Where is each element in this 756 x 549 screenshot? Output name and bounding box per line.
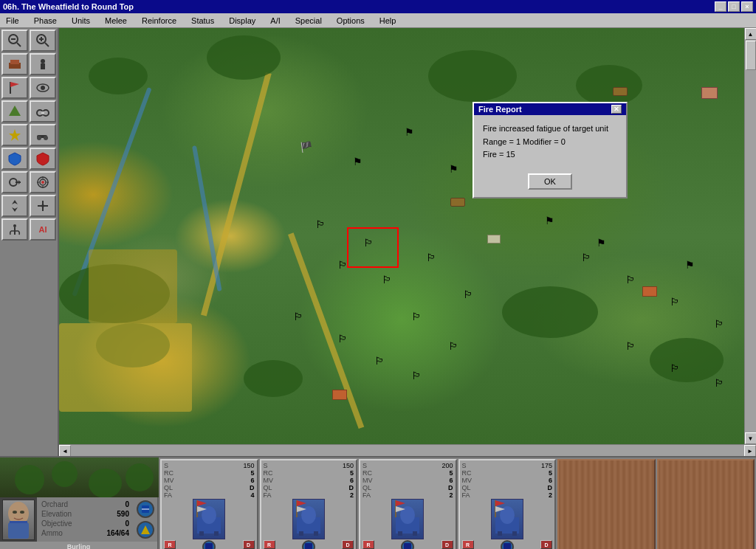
unit-sprite-23[interactable]: 🏳 bbox=[709, 375, 729, 391]
unit-card-2[interactable]: S 150 RC5 MV6 QLD FA2 bbox=[260, 459, 358, 549]
menu-reinforce[interactable]: Reinforce bbox=[139, 15, 179, 26]
menu-help[interactable]: Help bbox=[377, 15, 399, 26]
unit-4-sprite-area bbox=[460, 499, 555, 539]
building-3 bbox=[332, 390, 347, 400]
toolbar-btn-cross[interactable] bbox=[30, 195, 56, 217]
svg-rect-50 bbox=[199, 531, 204, 536]
svg-point-37 bbox=[13, 224, 16, 227]
unit-1-stats: RC5 MV6 QLD FA4 bbox=[162, 469, 257, 499]
vertical-scrollbar: ▲ ▼ bbox=[744, 28, 756, 444]
unit-3-status-d[interactable]: D bbox=[441, 540, 453, 549]
scroll-thumb-vertical[interactable] bbox=[746, 41, 756, 70]
scroll-track-horizontal[interactable] bbox=[71, 445, 744, 456]
unit-sprite-1[interactable]: 🏴 bbox=[295, 139, 316, 155]
portrait-image bbox=[2, 500, 35, 540]
unit-sprite-19[interactable]: 🏳 bbox=[664, 294, 685, 310]
unit-3-stats: RC5 MV6 QLD FA2 bbox=[360, 469, 456, 499]
toolbar-btn-cannon[interactable] bbox=[30, 124, 56, 146]
unit-sprite-2[interactable]: ⚑ bbox=[347, 153, 368, 170]
unit-2-mv-val: 6 bbox=[309, 477, 354, 484]
toolbar-btn-view[interactable] bbox=[30, 77, 56, 99]
unit-1-status-r[interactable]: R bbox=[164, 540, 176, 549]
menu-phase[interactable]: Phase bbox=[31, 15, 60, 26]
unit-2-status-r[interactable]: R bbox=[264, 540, 275, 549]
fire-report-close-button[interactable]: ✕ bbox=[611, 105, 622, 114]
unit-sprite-15[interactable]: 🏳 bbox=[443, 338, 464, 354]
unit-sprite-13[interactable]: 🏳 bbox=[369, 353, 390, 369]
menu-units[interactable]: Units bbox=[69, 15, 93, 26]
terrain-name-value: 0 bbox=[125, 500, 129, 508]
toolbar-btn-flag[interactable] bbox=[1, 77, 28, 99]
scroll-left-button[interactable]: ◄ bbox=[59, 445, 71, 456]
svg-point-22 bbox=[44, 136, 48, 140]
toolbar-btn-terrain[interactable] bbox=[1, 100, 28, 122]
unit-sprite-7[interactable]: 🏳 bbox=[332, 257, 353, 273]
unit-sprite-3[interactable]: ⚑ bbox=[399, 124, 419, 140]
toolbar-btn-next[interactable] bbox=[1, 171, 28, 193]
menu-melee[interactable]: Melee bbox=[102, 15, 130, 26]
toolbar-btn-star[interactable] bbox=[1, 124, 28, 146]
toolbar-btn-move[interactable] bbox=[30, 53, 56, 75]
unit-sprite-17[interactable]: 🏳 bbox=[576, 249, 597, 266]
unit-sprite-10[interactable]: 🏳 bbox=[458, 286, 478, 303]
menu-ai[interactable]: A/I bbox=[267, 15, 283, 26]
unit-4-sprite bbox=[491, 499, 523, 539]
scroll-right-button[interactable]: ► bbox=[744, 445, 756, 456]
menu-file[interactable]: File bbox=[3, 15, 22, 26]
minimize-button[interactable]: _ bbox=[715, 1, 726, 12]
unit-2-sprite-area bbox=[261, 499, 357, 539]
unit-sprite-5[interactable]: 🏳 bbox=[310, 216, 331, 232]
toolbar-btn-target[interactable] bbox=[30, 171, 56, 193]
maximize-button[interactable]: □ bbox=[728, 1, 740, 12]
unit-sprite-21[interactable]: 🏳 bbox=[620, 338, 641, 354]
toolbar-btn-binoculars[interactable] bbox=[30, 100, 56, 122]
toolbar-btn-defend[interactable] bbox=[1, 148, 28, 170]
unit-4-status-r[interactable]: R bbox=[462, 540, 474, 549]
menu-special[interactable]: Special bbox=[292, 15, 325, 26]
unit-sprite-24[interactable]: ⚑ bbox=[539, 213, 560, 229]
unit-sprite-12[interactable]: 🏳 bbox=[332, 331, 353, 347]
unit-2-status-d[interactable]: D bbox=[342, 540, 354, 549]
menu-status[interactable]: Status bbox=[188, 15, 217, 26]
menu-display[interactable]: Display bbox=[226, 15, 258, 26]
menu-options[interactable]: Options bbox=[334, 15, 368, 26]
unit-sprite-11[interactable]: 🏳 bbox=[288, 308, 309, 325]
toolbar-btn-infantry[interactable] bbox=[1, 53, 28, 75]
scroll-track-vertical[interactable] bbox=[745, 40, 757, 432]
toolbar-btn-zoom-in[interactable] bbox=[30, 30, 56, 52]
unit-sprite-22[interactable]: 🏳 bbox=[664, 360, 685, 376]
toolbar-btn-zoom-out[interactable] bbox=[1, 30, 28, 52]
toolbar-btn-anchor[interactable] bbox=[1, 218, 28, 241]
unit-sprite-16[interactable]: 🏳 bbox=[406, 367, 427, 384]
toolbar-row-6 bbox=[1, 148, 56, 170]
scroll-up-button[interactable]: ▲ bbox=[745, 28, 757, 40]
unit-cards-area: S 150 RC5 MV6 QLD FA4 bbox=[159, 458, 756, 549]
unit-1-s-label: S bbox=[164, 462, 168, 469]
unit-sprite-4[interactable]: ⚑ bbox=[443, 161, 464, 177]
unit-sprite-8[interactable]: 🏳 bbox=[377, 272, 397, 288]
svg-point-43 bbox=[20, 511, 24, 514]
map[interactable]: 🏴 ⚑ ⚑ ⚑ 🏳 🏳 🏳 🏳 🏳 🏳 🏳 🏳 🏳 bbox=[59, 28, 744, 444]
toolbar-btn-arrows[interactable] bbox=[1, 195, 28, 217]
unit-sprite-25[interactable]: ⚑ bbox=[591, 235, 611, 251]
unit-sprite-14[interactable]: 🏳 bbox=[406, 308, 427, 325]
unit-sprite-20[interactable]: 🏳 bbox=[709, 316, 729, 332]
scroll-down-button[interactable]: ▼ bbox=[745, 432, 757, 444]
unit-1-status-d[interactable]: D bbox=[243, 540, 255, 549]
unit-card-3[interactable]: S 200 RC5 MV6 QLD FA2 bbox=[359, 459, 457, 549]
toolbar-btn-ai[interactable]: AI bbox=[30, 218, 56, 241]
svg-rect-51 bbox=[214, 531, 219, 536]
unit-sprite-9[interactable]: 🏳 bbox=[421, 249, 441, 266]
unit-sprite-26[interactable]: ⚑ bbox=[679, 257, 700, 273]
fire-report-ok-button[interactable]: OK bbox=[528, 173, 572, 190]
unit-card-4[interactable]: S 175 RC5 MV6 QLD FA2 bbox=[458, 459, 557, 549]
unit-3-status-r[interactable]: R bbox=[362, 540, 374, 549]
toolbar-btn-attack[interactable] bbox=[30, 148, 56, 170]
unit-4-rc-val: 5 bbox=[507, 469, 552, 477]
unit-sprite-18[interactable]: 🏳 bbox=[620, 272, 641, 288]
close-button[interactable]: × bbox=[741, 1, 753, 12]
unit-sprite-6[interactable]: 🏳 bbox=[358, 235, 379, 251]
unit-4-status-d[interactable]: D bbox=[540, 540, 552, 549]
bottom-panel: Orchard 0 Elevation 590 Objective 0 Ammo… bbox=[0, 456, 756, 549]
unit-card-1[interactable]: S 150 RC5 MV6 QLD FA4 bbox=[160, 459, 258, 549]
